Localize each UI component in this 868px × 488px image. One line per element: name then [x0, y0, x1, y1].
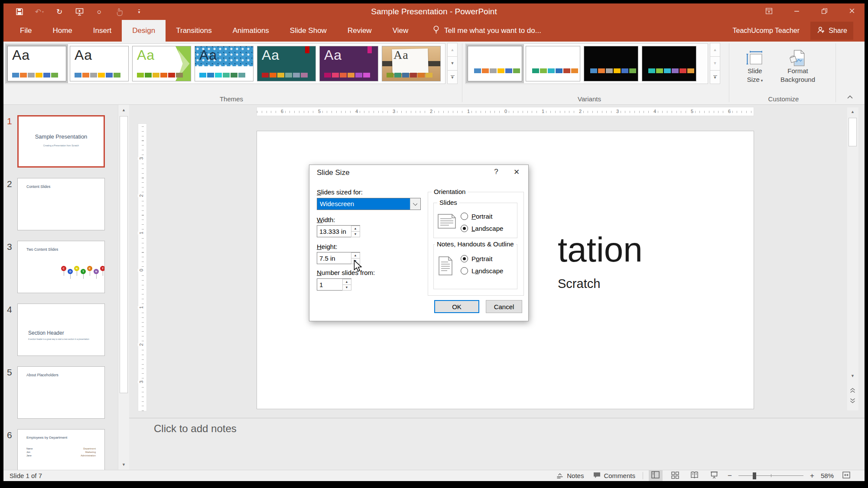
tell-me-box[interactable]: Tell me what you want to do...	[432, 20, 541, 42]
scroll-down-icon[interactable]: ▼	[848, 372, 857, 380]
color-swatch	[348, 73, 354, 78]
slide-size-label: Slide	[748, 67, 762, 75]
variant-item[interactable]	[526, 46, 580, 81]
notes-placeholder[interactable]: Click to add notes	[154, 423, 237, 435]
spin-down-icon[interactable]: ▼	[351, 231, 360, 237]
spin-up-icon[interactable]: ▲	[351, 226, 360, 232]
close-button[interactable]	[846, 6, 858, 17]
restore-button[interactable]	[819, 6, 830, 17]
dialog-close-button[interactable]: ✕	[511, 168, 522, 178]
slide-subtitle-text[interactable]: Scratch	[558, 277, 600, 291]
slide-title-text[interactable]: tation	[558, 230, 643, 270]
notes-label: Notes	[567, 472, 584, 479]
zoom-out-button[interactable]: −	[727, 472, 733, 480]
notes-toggle-button[interactable]: Notes	[554, 470, 585, 481]
scroll-up-icon[interactable]: ▲	[119, 106, 128, 114]
tab-design[interactable]: Design	[122, 20, 166, 42]
slide-size-button[interactable]: Slide Size▾	[739, 44, 770, 101]
comments-toggle-button[interactable]: Comments	[591, 470, 637, 481]
collapse-ribbon-button[interactable]	[843, 92, 856, 102]
zoom-slider[interactable]	[738, 472, 803, 480]
slide-thumbnail[interactable]: Section HeaderA section header is a grea…	[17, 304, 105, 356]
slide-thumbnail[interactable]: Content Slides	[17, 178, 105, 230]
slideshow-view-button[interactable]	[707, 470, 721, 481]
dialog-help-button[interactable]: ?	[491, 168, 501, 178]
spin-up-icon[interactable]: ▲	[342, 279, 351, 285]
height-spinner[interactable]: ▲▼	[317, 252, 360, 264]
spin-down-icon[interactable]: ▼	[342, 284, 351, 291]
variant-item[interactable]	[468, 46, 522, 81]
spin-down-icon[interactable]: ▼	[351, 258, 360, 264]
scroll-up-icon[interactable]: ▲	[848, 107, 857, 116]
minimize-button[interactable]	[791, 6, 802, 17]
themes-more-button[interactable]: ▼	[447, 70, 458, 84]
next-slide-button[interactable]	[848, 397, 857, 405]
height-input[interactable]	[317, 252, 351, 264]
slides-portrait-radio[interactable]: Portrait	[461, 213, 492, 220]
tab-file[interactable]: File	[10, 20, 42, 42]
themes-scroll-up-button[interactable]: ▲	[447, 43, 458, 57]
tab-slide-show[interactable]: Slide Show	[280, 20, 337, 42]
variants-scroll-up-button[interactable]: ▲	[710, 43, 720, 57]
tab-transitions[interactable]: Transitions	[166, 20, 222, 42]
zoom-slider-thumb[interactable]	[753, 472, 756, 479]
account-name[interactable]: TeachUcomp Teacher	[733, 20, 800, 42]
notes-pane[interactable]: Click to add notes	[129, 418, 865, 470]
slide-thumbnail[interactable]: Sample PresentationCreating a Presentati…	[17, 115, 105, 168]
cancel-button[interactable]: Cancel	[486, 300, 522, 313]
variant-item[interactable]	[642, 46, 696, 81]
editor-scrollbar[interactable]: ▲ ▼	[847, 107, 858, 410]
divider	[643, 472, 643, 479]
normal-view-button[interactable]	[649, 470, 663, 481]
thumbnail-scrollbar[interactable]: ▲ ▼	[118, 105, 129, 470]
color-swatch	[505, 68, 512, 73]
theme-item[interactable]: Aa	[132, 46, 191, 81]
slide-size-dialog: Slide Size ? ✕ Slides sized for: Widescr…	[309, 165, 529, 321]
slide-sorter-view-button[interactable]	[668, 470, 682, 481]
slide-thumbnail[interactable]: Two Content SlidesCONTENT	[17, 241, 105, 293]
number-slides-spinner[interactable]: ▲▼	[317, 278, 351, 291]
themes-scroll-down-button[interactable]: ▼	[447, 56, 458, 70]
slide-thumbnail[interactable]: Employees by DepartmentNameDepartmentJon…	[17, 429, 105, 470]
tab-home[interactable]: Home	[42, 20, 82, 42]
slides-landscape-radio[interactable]: Landscape	[461, 225, 503, 232]
zoom-in-button[interactable]: +	[809, 472, 815, 480]
theme-item[interactable]: Aa	[382, 46, 441, 81]
format-background-button[interactable]: Format Background	[774, 44, 822, 101]
color-swatch	[513, 68, 520, 73]
slides-sized-for-select[interactable]: Widescreen	[317, 198, 421, 210]
share-button[interactable]: Share	[810, 22, 853, 40]
reading-view-button[interactable]	[688, 470, 702, 481]
width-spinner[interactable]: ▲▼	[317, 225, 360, 237]
scrollbar-thumb[interactable]	[120, 116, 128, 393]
combo-dropdown-button[interactable]	[410, 198, 420, 210]
variants-more-button[interactable]: ▼	[710, 70, 720, 84]
theme-item[interactable]: Aa	[195, 46, 254, 81]
variant-item[interactable]	[584, 46, 638, 81]
slide-thumbnail[interactable]: About Placeholders	[17, 366, 105, 419]
theme-item[interactable]: Aa	[257, 46, 316, 81]
notes-landscape-radio[interactable]: Landscape	[461, 267, 503, 275]
tab-insert[interactable]: Insert	[83, 20, 122, 42]
ribbon-display-options-button[interactable]	[763, 6, 774, 17]
zoom-level[interactable]: 58%	[821, 472, 834, 479]
theme-item[interactable]: Aa	[7, 46, 66, 81]
ok-button[interactable]: OK	[434, 300, 479, 313]
variants-scroll-down-button[interactable]: ▼	[710, 56, 720, 70]
width-input[interactable]	[317, 226, 351, 237]
tab-animations[interactable]: Animations	[222, 20, 280, 42]
slides-group-label: Slides	[437, 199, 459, 206]
scrollbar-thumb[interactable]	[848, 118, 857, 146]
slide-indicator: Slide 1 of 7	[10, 470, 42, 481]
theme-item[interactable]: Aa	[319, 46, 378, 81]
tab-view[interactable]: View	[382, 20, 419, 42]
scroll-down-icon[interactable]: ▼	[119, 460, 128, 469]
fit-slide-to-window-button[interactable]	[839, 470, 853, 481]
previous-slide-button[interactable]	[848, 386, 857, 395]
number-slides-input[interactable]	[317, 279, 342, 290]
theme-item[interactable]: Aa	[70, 46, 129, 81]
spin-up-icon[interactable]: ▲	[351, 252, 360, 259]
theme-aa-label: Aa	[393, 48, 409, 62]
notes-portrait-radio[interactable]: Portrait	[461, 255, 492, 262]
tab-review[interactable]: Review	[337, 20, 382, 42]
